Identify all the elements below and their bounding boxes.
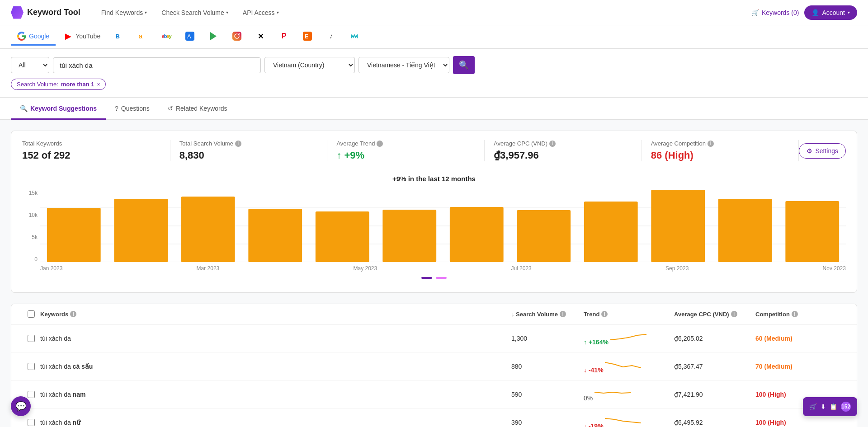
chip-close-icon[interactable]: × — [97, 81, 100, 88]
platform-tab-x[interactable]: ✕ — [250, 28, 271, 46]
platform-label: YouTube — [75, 33, 100, 40]
svg-rect-5 — [232, 32, 241, 41]
info-icon[interactable]: i — [70, 311, 76, 317]
copy-icon: 📋 — [830, 403, 837, 410]
stat-avg-trend-label: Average Trend i — [336, 140, 475, 147]
stats-card: Total Keywords 152 of 292 Total Search V… — [11, 131, 857, 293]
account-button[interactable]: 👤 Account ▾ — [804, 5, 857, 20]
etsy-icon: E — [303, 32, 312, 41]
search-button[interactable]: 🔍 — [453, 56, 475, 74]
chart-legend-dot-blue — [421, 277, 432, 279]
platform-tab-youtube[interactable]: ▶ YouTube — [57, 28, 107, 46]
info-icon[interactable]: i — [792, 311, 798, 317]
cell-cpc: ₫5,367.47 — [674, 363, 755, 370]
search-input[interactable] — [53, 57, 261, 73]
location-select[interactable]: Vietnam (Country) — [264, 57, 355, 73]
cart-fab[interactable]: 🛒 ⬇ 📋 152 — [803, 397, 857, 416]
col-search-volume-header[interactable]: ↓ Search Volume i — [511, 310, 584, 318]
platform-tab-bing[interactable]: B — [108, 28, 130, 46]
svg-rect-17 — [181, 197, 235, 262]
info-icon[interactable]: i — [377, 141, 383, 147]
stats-row: Total Keywords 152 of 292 Total Search V… — [22, 140, 846, 161]
sparkline-chart — [605, 359, 641, 372]
chart-y-label: 0 — [22, 256, 38, 263]
chip-value: more than 1 — [61, 81, 94, 88]
platform-label: Google — [29, 33, 49, 40]
svg-rect-16 — [114, 199, 168, 262]
info-icon[interactable]: i — [708, 141, 714, 147]
platform-tab-playstore[interactable] — [203, 28, 224, 46]
platform-tab-etsy[interactable]: E — [297, 28, 318, 46]
related-icon: ↺ — [168, 105, 173, 112]
platform-tab-instagram[interactable] — [226, 28, 248, 46]
platform-tab-ebay[interactable]: ebay — [156, 28, 177, 46]
chart-title: +9% in the last 12 months — [22, 175, 846, 183]
cell-trend: ↓ -41% — [584, 359, 674, 374]
svg-rect-20 — [382, 210, 436, 262]
cell-search-volume: 590 — [511, 391, 584, 398]
row-select-checkbox[interactable] — [28, 419, 35, 426]
stat-search-volume-label: Total Search Volume i — [179, 140, 318, 147]
info-icon[interactable]: i — [731, 311, 737, 317]
row-select-checkbox[interactable] — [28, 335, 35, 342]
platform-tab-pinterest[interactable]: P — [273, 28, 295, 46]
svg-point-7 — [239, 33, 240, 35]
info-icon[interactable]: i — [235, 141, 241, 147]
nav-find-keywords[interactable]: Find Keywords ▾ — [95, 5, 154, 20]
chart-y-label: 15k — [22, 190, 38, 196]
chart-x-label: Jan 2023 — [40, 265, 62, 272]
svg-rect-15 — [47, 208, 101, 262]
logo-icon — [11, 6, 24, 19]
platform-tab-google[interactable]: Google — [11, 28, 56, 46]
chart-y-label: 10k — [22, 212, 38, 218]
question-icon: ? — [115, 105, 118, 112]
search-volume-filter-chip[interactable]: Search Volume: more than 1 × — [11, 79, 106, 90]
col-trend-header: Trend i — [584, 310, 674, 318]
select-all-checkbox[interactable] — [28, 310, 35, 318]
keyword-tabs: 🔍 Keyword Suggestions ? Questions ↺ Rela… — [0, 98, 868, 120]
platform-tab-moz[interactable] — [344, 28, 365, 46]
info-icon[interactable]: i — [560, 311, 566, 317]
nav-api-access[interactable]: API Access ▾ — [236, 5, 285, 20]
chevron-down-icon: ▾ — [848, 10, 850, 15]
platform-tab-amazon[interactable]: a — [132, 28, 154, 46]
settings-icon: ⚙ — [807, 147, 812, 155]
cell-keyword: túi xách da nữ — [40, 419, 511, 426]
nav-check-search-volume[interactable]: Check Search Volume ▾ — [155, 5, 235, 20]
cart-fab-icon: 🛒 — [809, 403, 817, 410]
keywords-button[interactable]: 🛒 Keywords (0) — [751, 9, 799, 16]
platform-tab-appstore[interactable]: A — [179, 28, 201, 46]
chat-button[interactable]: 💬 — [11, 396, 31, 416]
tab-related-keywords[interactable]: ↺ Related Keywords — [159, 99, 236, 120]
tab-keyword-suggestions[interactable]: 🔍 Keyword Suggestions — [11, 99, 106, 120]
search-type-select[interactable]: All Web Image Video — [11, 57, 49, 73]
platform-tabs: Google ▶ YouTube B a ebay A — [0, 25, 868, 49]
svg-text:B: B — [116, 33, 120, 40]
stat-avg-competition: Average Competition i 86 (High) — [642, 140, 799, 161]
tiktok-icon: ♪ — [326, 32, 335, 41]
table-row: túi xách da cá sấu 880 ↓ -41% ₫5,367.47 … — [11, 352, 857, 380]
language-select[interactable]: Vietnamese - Tiếng Việt — [359, 57, 449, 73]
cell-competition: 60 (Medium) — [755, 335, 846, 342]
settings-button[interactable]: ⚙ Settings — [799, 143, 846, 159]
cell-cpc: ₫7,421.90 — [674, 391, 755, 398]
cell-trend: ↓ -19% — [584, 415, 674, 427]
bing-icon: B — [115, 32, 124, 41]
chart-legend-dot-pink — [436, 277, 447, 279]
chart-x-label: Mar 2023 — [197, 265, 220, 272]
nav-right: 🛒 Keywords (0) 👤 Account ▾ — [751, 5, 857, 20]
row-select-checkbox[interactable] — [28, 391, 35, 398]
info-icon[interactable]: i — [601, 311, 608, 317]
platform-tab-tiktok[interactable]: ♪ — [320, 28, 342, 46]
svg-rect-25 — [718, 199, 772, 262]
filter-chips: Search Volume: more than 1 × — [11, 79, 857, 90]
tab-questions[interactable]: ? Questions — [106, 99, 159, 120]
row-checkbox — [22, 419, 40, 426]
sparkline-chart — [594, 387, 631, 400]
row-select-checkbox[interactable] — [28, 363, 35, 370]
logo[interactable]: Keyword Tool — [11, 6, 80, 19]
svg-rect-26 — [785, 201, 839, 262]
info-icon[interactable]: i — [549, 141, 556, 147]
appstore-icon: A — [185, 32, 194, 41]
sparkline-chart — [610, 331, 646, 344]
